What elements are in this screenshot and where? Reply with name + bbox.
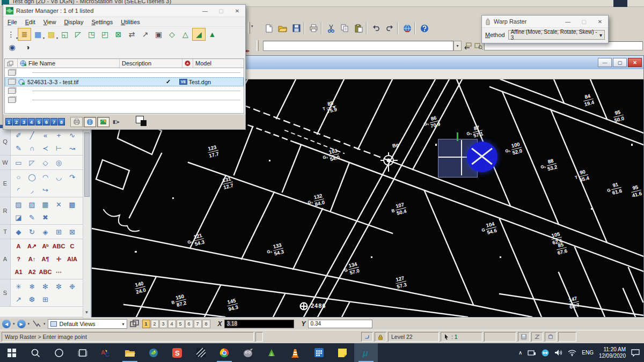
warp-raster-icon[interactable]: ◢	[192, 28, 206, 41]
task-panel-scrollbar[interactable]: ▼	[83, 128, 91, 318]
view-toggle-5[interactable]: 5	[177, 320, 185, 328]
keyin-grip[interactable]	[257, 40, 259, 51]
tool-icon-t[interactable]: ⊠	[65, 225, 79, 238]
rm-view-toggle-3[interactable]: 3	[20, 118, 27, 125]
view-toggle-2[interactable]: 2	[151, 320, 159, 328]
paste-icon[interactable]	[352, 21, 365, 35]
fit-raster-icon[interactable]: ◱	[58, 28, 71, 41]
view-commands-icon[interactable]: ⋮▾	[4, 28, 18, 41]
tool-icon-s[interactable]: ❄	[25, 280, 39, 293]
tool-icon-q[interactable]: ⊢	[52, 142, 65, 154]
selection-status[interactable]: : 1	[441, 332, 482, 342]
rm-color-swatch[interactable]	[136, 116, 150, 128]
tool-icon-e[interactable]: ↪	[39, 183, 52, 196]
tool-icon-s[interactable]: ✼	[52, 280, 65, 293]
view-previous-dropdown-icon[interactable]: ▾	[13, 322, 15, 326]
taskbar-gimp[interactable]	[236, 343, 260, 362]
scrollbar-thumb[interactable]	[84, 132, 90, 197]
attach-raster-icon[interactable]: ▤▾	[45, 28, 58, 41]
new-file-icon[interactable]	[262, 21, 275, 35]
tool-icon-s[interactable]: ↗	[12, 293, 25, 306]
view-toggle-8[interactable]: 8	[202, 320, 210, 328]
dgn-status-icon[interactable]	[531, 332, 543, 342]
toolbar-grip[interactable]	[248, 22, 250, 34]
rm-view-toggle-7[interactable]: 7	[50, 118, 57, 125]
warp-points-icon[interactable]: △	[179, 28, 192, 41]
tray-teamviewer-icon[interactable]	[541, 349, 549, 357]
rm-close-button[interactable]: ✕	[229, 5, 245, 17]
transform-icon[interactable]: ⇄	[125, 28, 138, 41]
notification-center-icon[interactable]	[631, 349, 640, 357]
view-rotate-icon[interactable]	[32, 320, 41, 328]
tool-icon-r[interactable]: ▩	[65, 198, 79, 211]
mosaic-icon[interactable]: ▲	[206, 28, 219, 41]
tool-icon-t[interactable]: ◈	[39, 225, 52, 238]
taskbar-snagit[interactable]: S	[165, 343, 189, 362]
rm-menu-file[interactable]: File	[8, 19, 17, 25]
tool-icon-t[interactable]: ↻	[25, 225, 39, 238]
tray-display-icon[interactable]	[528, 350, 536, 356]
rm-col-filename[interactable]: File Name	[18, 59, 120, 68]
tool-icon-a[interactable]: A↑	[25, 253, 39, 265]
tool-icon-a[interactable]: A↗	[25, 240, 39, 253]
rm-view-toggle-2[interactable]: 2	[13, 118, 20, 125]
tool-icon-q[interactable]: ✐	[12, 129, 25, 142]
view-minimize-button[interactable]: —	[598, 58, 612, 67]
tool-icon-w[interactable]: ◎	[52, 156, 65, 169]
zoom-one-to-one-icon[interactable]: ◉	[5, 41, 19, 54]
save-status-icon[interactable]	[518, 332, 530, 342]
tool-icon-q[interactable]: ╱	[25, 129, 39, 142]
tool-icon-s[interactable]: ❉	[65, 280, 79, 293]
tool-icon-r[interactable]: ◪	[12, 211, 25, 224]
view-next-dropdown-icon[interactable]: ▾	[28, 322, 30, 326]
warp-point-marker[interactable]	[467, 142, 497, 172]
keyin-input[interactable]	[263, 41, 453, 51]
taskbar-calendar-app[interactable]	[307, 343, 331, 362]
taskbar-sticky-notes[interactable]	[331, 343, 354, 362]
tool-icon-e[interactable]: ○	[12, 171, 25, 183]
rm-menu-edit[interactable]: Edit	[25, 19, 35, 25]
tool-icon-t[interactable]: ⊞	[52, 225, 65, 238]
tool-icon-a[interactable]: A	[12, 240, 25, 253]
tool-icon-s[interactable]: ❆	[25, 293, 39, 306]
cut-icon[interactable]	[324, 21, 338, 35]
rm-col-model[interactable]: Model	[193, 59, 241, 68]
tray-wifi-icon[interactable]	[568, 350, 576, 356]
tool-icon-r[interactable]: ✎	[25, 211, 39, 224]
taskbar-file-explorer[interactable]	[118, 343, 142, 362]
tool-icon-s[interactable]: ✳	[12, 280, 25, 293]
rm-view-toggle-8[interactable]: 8	[58, 118, 65, 125]
tool-icon-w[interactable]: ◸	[25, 156, 39, 169]
rm-view-toggle-4[interactable]: 4	[28, 118, 35, 125]
select-raster-icon[interactable]: ◸	[71, 28, 85, 41]
view-groups-icon[interactable]	[129, 320, 140, 328]
snap-mode-icon[interactable]	[361, 332, 373, 342]
view-next-button[interactable]: ▶	[17, 320, 26, 328]
tool-icon-a[interactable]: A1	[12, 265, 25, 278]
tool-icon-w[interactable]: ▭	[12, 156, 25, 169]
rm-menu-settings[interactable]: Settings	[91, 19, 113, 25]
y-coordinate-field[interactable]: 0.34	[308, 320, 372, 328]
view-toggle-7[interactable]: 7	[194, 320, 202, 328]
tool-icon-a[interactable]: A2	[25, 265, 39, 278]
tool-icon-e[interactable]: ◡	[52, 171, 65, 183]
tool-icon-e[interactable]: ◯	[25, 171, 39, 183]
rm-menu-view[interactable]: View	[43, 19, 56, 25]
design-history-icon[interactable]	[545, 332, 557, 342]
rm-col-copy-icon[interactable]	[5, 59, 18, 68]
taskbar-cortana[interactable]	[47, 343, 71, 362]
saved-views-select[interactable]: Default Views ▾	[48, 319, 127, 329]
move-raster-icon[interactable]: ↗	[138, 28, 152, 41]
tool-icon-q[interactable]: «	[39, 129, 52, 142]
tool-icon-w[interactable]: ◇	[39, 156, 52, 169]
tool-icon-t[interactable]: ◆	[12, 225, 25, 238]
tool-icon-s[interactable]: ✻	[39, 280, 52, 293]
copy-icon[interactable]	[338, 21, 352, 35]
view-toggle-4[interactable]: 4	[168, 320, 176, 328]
tool-icon-r[interactable]: ▦	[39, 198, 52, 211]
scale-raster-icon[interactable]: ▣	[152, 28, 165, 41]
view-maximize-button[interactable]: ▢	[613, 58, 627, 67]
rm-col-model-icon[interactable]	[182, 59, 193, 68]
send-back-icon[interactable]: ◰	[98, 28, 112, 41]
open-file-icon[interactable]	[276, 21, 289, 35]
